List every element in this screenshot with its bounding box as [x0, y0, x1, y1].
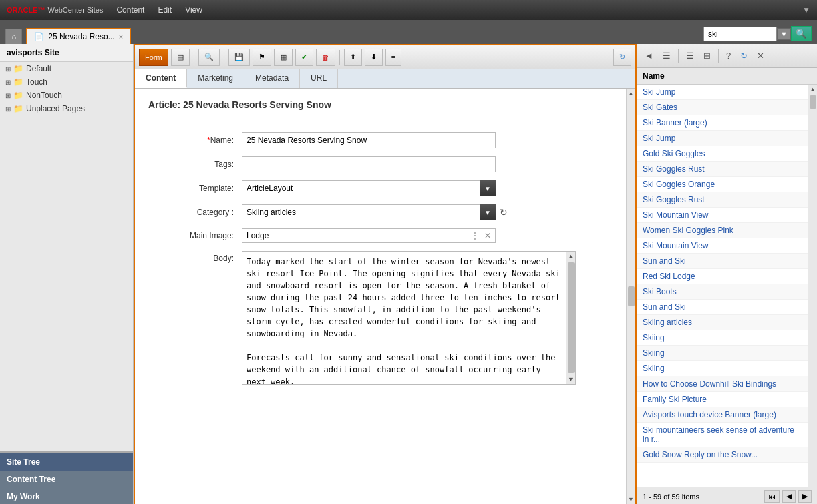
list-item[interactable]: Ski Mountain View	[637, 208, 808, 223]
category-select[interactable]: Skiing articles	[242, 204, 496, 220]
search-input[interactable]	[703, 27, 777, 41]
list-item[interactable]: Skiing	[637, 361, 808, 376]
sidebar-item-touch[interactable]: ⊞ 📁 Touch	[0, 75, 133, 89]
body-textarea[interactable]	[242, 251, 566, 385]
list-item[interactable]: Red Ski Lodge	[637, 269, 808, 284]
right-panel-scrollbar[interactable]: ▲	[808, 85, 817, 487]
list-item[interactable]: Ski Boots	[637, 284, 808, 300]
image-clear-icon[interactable]: ✕	[484, 231, 491, 240]
list-item[interactable]: Skiing	[637, 330, 808, 346]
sidebar-item-nontouch[interactable]: ⊞ 📁 NonTouch	[0, 89, 133, 102]
list-item[interactable]: Ski Goggles Rust	[637, 192, 808, 208]
list-item[interactable]: Ski Jump	[637, 131, 808, 146]
list-view-button[interactable]: ▤	[171, 49, 190, 66]
list-item[interactable]: Gold Ski Goggles	[637, 146, 808, 162]
my-work-section[interactable]: My Work	[0, 488, 133, 504]
download1-icon: ⬆	[350, 53, 356, 61]
list-item[interactable]: Ski Goggles Rust	[637, 162, 808, 177]
menu-content[interactable]: Content	[116, 5, 144, 15]
form-view-button[interactable]: Form	[139, 49, 168, 66]
list-button[interactable]: ≡	[385, 49, 401, 66]
body-scrollbar[interactable]: ▲ ▼	[566, 251, 576, 385]
form-scroll-down[interactable]: ▼	[628, 496, 634, 503]
list-item[interactable]: Gold Snow Reply on the Snow...	[637, 447, 808, 463]
image-picker-icon[interactable]: ⋮	[471, 231, 479, 240]
nav-next-btn[interactable]: ▶	[798, 490, 812, 503]
tags-input[interactable]	[242, 156, 496, 172]
name-input[interactable]	[242, 132, 496, 148]
list-item[interactable]: Family Ski Picture	[637, 392, 808, 407]
rp-left-arrow[interactable]: ◄	[641, 49, 657, 63]
toolbar-refresh-button[interactable]: ↻	[613, 49, 631, 66]
name-field-row: *Name:	[148, 132, 613, 148]
category-select-arrow[interactable]: ▼	[480, 204, 496, 220]
delete-button[interactable]: 🗑	[316, 49, 335, 66]
top-menubar: ORACLE™ WebCenter Sites Content Edit Vie…	[0, 0, 817, 20]
rp-scroll-up[interactable]: ▲	[810, 86, 816, 93]
site-tree-section[interactable]: Site Tree	[0, 453, 133, 471]
folder-icon: 📁	[13, 104, 23, 113]
list-item[interactable]: Women Ski Goggles Pink	[637, 223, 808, 238]
main-image-field: Lodge ⋮ ✕	[242, 228, 496, 243]
search-button[interactable]: 🔍	[791, 26, 812, 41]
save-button[interactable]: 💾	[228, 49, 250, 66]
list-item[interactable]: Avisports touch device Banner (large)	[637, 407, 808, 423]
download1-button[interactable]: ⬆	[344, 49, 362, 66]
tags-label: Tags:	[148, 160, 242, 169]
article-tab[interactable]: 📄 25 Nevada Reso... ×	[26, 28, 131, 44]
scroll-up-arrow[interactable]: ▲	[568, 253, 574, 260]
template-select[interactable]: ArticleLayout	[242, 180, 496, 196]
sidebar-item-unplaced[interactable]: ⊞ 📁 Unplaced Pages	[0, 102, 133, 115]
folder-icon: 📁	[13, 91, 23, 100]
list-item[interactable]: Sun and Ski	[637, 254, 808, 269]
list-item[interactable]: Ski mountaineers seek sense of adventure…	[637, 423, 808, 447]
find-icon: ⚑	[259, 53, 265, 61]
inspect-button[interactable]: 🔍	[198, 49, 220, 66]
rp-refresh-btn[interactable]: ↻	[737, 49, 751, 63]
rp-list-view[interactable]: ☰	[683, 49, 697, 63]
search-dropdown-btn[interactable]: ▼	[777, 28, 791, 40]
tab-close-button[interactable]: ×	[119, 33, 123, 41]
list-item[interactable]: How to Choose Downhill Ski Bindings	[637, 376, 808, 392]
form-vertical-scrollbar[interactable]: ▲ ▼	[626, 89, 635, 504]
list-item[interactable]: Skiing articles	[637, 315, 808, 330]
tab-content[interactable]: Content	[135, 69, 187, 88]
tab-bar-row: ⌂ 📄 25 Nevada Reso... × ▼ 🔍	[0, 20, 817, 44]
toolbar-sep-3	[339, 50, 340, 65]
tab-url[interactable]: URL	[300, 69, 338, 88]
tab-marketing[interactable]: Marketing	[187, 69, 244, 88]
scroll-down-arrow[interactable]: ▼	[568, 376, 574, 383]
rp-menu-btn[interactable]: ☰	[659, 49, 674, 63]
rp-grid-view[interactable]: ⊞	[700, 49, 714, 63]
home-tab[interactable]: ⌂	[5, 29, 22, 44]
list-item[interactable]: Ski Mountain View	[637, 238, 808, 254]
nav-first-btn[interactable]: ⏮	[764, 490, 780, 503]
rp-close-btn[interactable]: ✕	[754, 49, 768, 63]
list-item[interactable]: Ski Banner (large)	[637, 115, 808, 131]
sidebar-item-label: NonTouch	[26, 91, 62, 100]
approve-button[interactable]: ✔	[295, 49, 313, 66]
list-item[interactable]: Ski Goggles Orange	[637, 177, 808, 192]
template-select-arrow[interactable]: ▼	[480, 180, 496, 196]
image-field-text: Lodge	[247, 231, 471, 240]
form-title: Article: 25 Nevada Resorts Serving Snow	[148, 99, 613, 110]
download2-button[interactable]: ⬇	[365, 49, 383, 66]
menu-view[interactable]: View	[185, 5, 202, 15]
nav-prev-btn[interactable]: ◀	[782, 490, 796, 503]
expand-icon: ⊞	[5, 79, 11, 86]
list-item[interactable]: Skiing	[637, 346, 808, 361]
find-button[interactable]: ⚑	[253, 49, 271, 66]
list-item[interactable]: Ski Jump	[637, 85, 808, 100]
layout-button[interactable]: ▦	[274, 49, 293, 66]
toolbar-sep-2	[224, 50, 224, 65]
list-item[interactable]: Sun and Ski	[637, 300, 808, 315]
category-refresh-button[interactable]: ↻	[500, 207, 508, 218]
content-tree-section[interactable]: Content Tree	[0, 471, 133, 488]
sidebar-item-default[interactable]: ⊞ 📁 Default	[0, 62, 133, 75]
menu-edit[interactable]: Edit	[158, 5, 172, 15]
rp-sep-2	[718, 49, 719, 63]
tab-metadata[interactable]: Metadata	[244, 69, 300, 88]
form-scroll-up[interactable]: ▲	[628, 90, 634, 97]
rp-help-btn[interactable]: ?	[723, 49, 734, 63]
list-item[interactable]: Ski Gates	[637, 100, 808, 115]
